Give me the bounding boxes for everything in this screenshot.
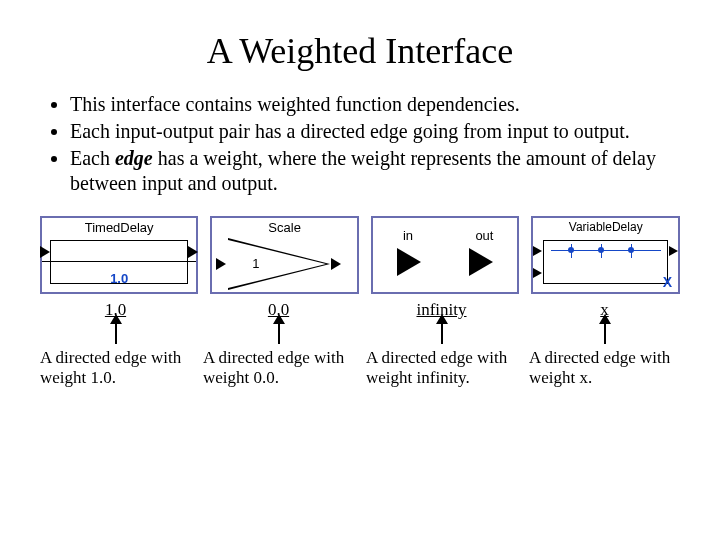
amp-triangle-fill <box>228 240 326 288</box>
port-out-icon <box>331 258 341 270</box>
in-label: in <box>403 228 413 243</box>
arrow-up-icon <box>604 322 606 344</box>
weights-row: 1.0 0.0 infinity x <box>40 300 680 320</box>
bullet-list: This interface contains weighted functio… <box>40 92 680 196</box>
bullet-3-pre: Each <box>70 147 115 169</box>
arrows-row <box>40 322 680 344</box>
arrow-up-icon <box>115 322 117 344</box>
delay-line-icon <box>551 244 661 258</box>
caption-3: A directed edge with weight infinity. <box>366 348 517 388</box>
inout-block: in out <box>371 216 520 294</box>
bullet-3: Each edge has a weight, where the weight… <box>70 146 680 196</box>
scale-value: 1 <box>252 256 259 271</box>
variable-delay-param: X <box>663 274 672 290</box>
diagram-row: TimedDelay 1.0 Scale 1 in out VariableDe… <box>40 216 680 294</box>
bullet-2: Each input-output pair has a directed ed… <box>70 119 680 144</box>
scale-block: Scale 1 <box>210 216 359 294</box>
out-port-icon <box>469 248 493 276</box>
bullet-3-post: has a weight, where the weight represent… <box>70 147 656 194</box>
caption-2: A directed edge with weight 0.0. <box>203 348 354 388</box>
port-in2-icon <box>533 268 542 278</box>
scale-label: Scale <box>212 220 357 235</box>
timed-delay-label: TimedDelay <box>42 220 196 235</box>
port-in-icon <box>533 246 542 256</box>
captions-row: A directed edge with weight 1.0. A direc… <box>40 348 680 388</box>
in-port-icon <box>397 248 421 276</box>
timed-delay-block: TimedDelay 1.0 <box>40 216 198 294</box>
caption-4: A directed edge with weight x. <box>529 348 680 388</box>
port-out-icon <box>669 246 678 256</box>
timed-delay-divider <box>42 240 196 262</box>
timed-delay-value: 1.0 <box>42 271 196 286</box>
slide: A Weighted Interface This interface cont… <box>0 0 720 408</box>
arrow-up-icon <box>278 322 280 344</box>
caption-1: A directed edge with weight 1.0. <box>40 348 191 388</box>
variable-delay-block: VariableDelay X <box>531 216 680 294</box>
variable-delay-label: VariableDelay <box>533 220 678 234</box>
bullet-1: This interface contains weighted functio… <box>70 92 680 117</box>
port-in-icon <box>40 246 50 258</box>
out-label: out <box>475 228 493 243</box>
port-out-icon <box>188 246 198 258</box>
arrow-up-icon <box>441 322 443 344</box>
port-in-icon <box>216 258 226 270</box>
page-title: A Weighted Interface <box>40 30 680 72</box>
bullet-3-em: edge <box>115 147 153 169</box>
